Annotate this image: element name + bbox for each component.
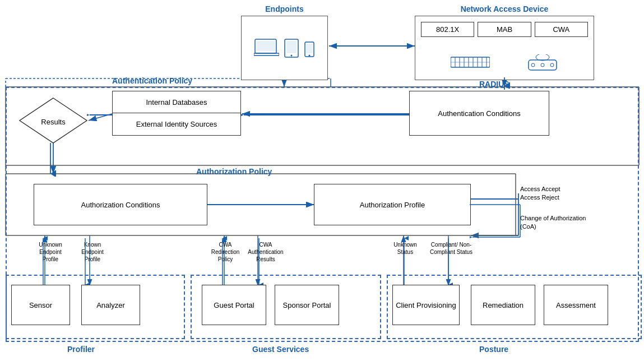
nad-box: 802.1X MAB CWA — [415, 16, 594, 80]
svg-rect-36 — [254, 53, 279, 55]
external-identity-row: External Identity Sources — [113, 113, 240, 135]
nad-cell-mab: MAB — [478, 22, 531, 37]
guest-services-label: Guest Services — [252, 345, 309, 354]
radius-arrow — [499, 77, 510, 89]
svg-point-59 — [550, 63, 554, 67]
assessment-box: Assessment — [544, 285, 608, 325]
access-reject: Access Reject — [520, 193, 560, 202]
results-to-authz-arrow — [45, 143, 56, 177]
results-diamond: Results — [17, 95, 90, 146]
endpoints-box — [241, 16, 328, 80]
posture-label: Posture — [479, 345, 508, 354]
analyzer-box: Analyzer — [81, 285, 140, 325]
unknown-endpoint-label: Unknown Endpoint Profile — [31, 241, 70, 263]
access-accept: Access Accept — [520, 185, 560, 193]
tablet-icon — [284, 38, 299, 58]
client-provisioning-box: Client Provisioning — [392, 285, 460, 325]
cwa-auth-results-label: CWA Authentication Results — [247, 241, 285, 263]
sponsor-portal-box: Sponsor Portal — [275, 285, 339, 325]
identity-to-results-arrow — [87, 109, 115, 126]
coa-arrow-svg — [470, 184, 523, 243]
profiler-label: Profiler — [67, 345, 95, 354]
phone-icon — [304, 41, 315, 58]
router-icon — [527, 54, 558, 74]
authz-conditions-box: Authorization Conditions — [34, 184, 207, 225]
diagram-container: Endpoints Network — [0, 0, 644, 361]
nad-cell-8021x: 802.1X — [421, 22, 474, 37]
nad-cells-row: 802.1X MAB CWA — [421, 22, 588, 37]
remediation-box: Remediation — [471, 285, 535, 325]
authz-profile-box: Authorization Profile — [314, 184, 471, 225]
auth-conditions-box: Authentication Conditions — [409, 91, 549, 136]
endpoint-devices — [254, 38, 315, 58]
svg-rect-37 — [256, 41, 275, 51]
auth-to-identity-arrow — [241, 109, 412, 121]
authz-cond-to-profile-arrow — [207, 199, 317, 210]
known-endpoint-label: Known Endpoint Profile — [73, 241, 112, 263]
nad-cell-cwa: CWA — [535, 22, 588, 37]
svg-point-42 — [309, 55, 311, 57]
authz-policy-label: Authorization Policy — [196, 167, 272, 176]
sensor-box: Sensor — [11, 285, 70, 325]
svg-text:Results: Results — [41, 118, 66, 126]
switch-icon-left — [451, 54, 490, 71]
identity-sources-box: Internal Databases External Identity Sou… — [112, 91, 241, 136]
svg-point-58 — [541, 63, 544, 67]
coa-label: Change of Authorization (CoA) — [520, 214, 586, 232]
auth-policy-label: Authentication Policy — [112, 76, 192, 85]
svg-rect-40 — [286, 41, 296, 53]
guest-portal-box: Guest Portal — [202, 285, 266, 325]
laptop-icon — [254, 38, 279, 58]
internal-db-row: Internal Databases — [113, 91, 240, 113]
svg-rect-54 — [529, 60, 557, 70]
svg-point-57 — [531, 63, 535, 67]
nad-device-icons — [432, 54, 577, 74]
svg-point-39 — [291, 55, 293, 57]
results-diamond-container: Results — [17, 95, 90, 146]
access-labels: Access Accept Access Reject — [520, 185, 560, 202]
endpoints-title: Endpoints — [241, 4, 328, 13]
nad-title: Network Access Device — [415, 4, 594, 13]
svg-rect-43 — [306, 44, 313, 53]
